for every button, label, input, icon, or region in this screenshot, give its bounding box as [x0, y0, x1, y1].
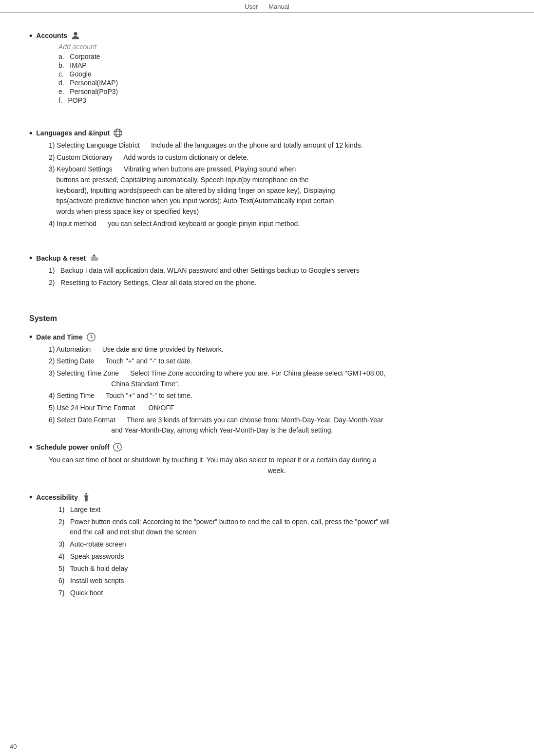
- list-item: 1) Automation Use date and time provided…: [49, 344, 505, 355]
- backup-list: 1) Backup I data will application data, …: [29, 265, 505, 288]
- list-item: 3) Selecting Time Zone Select Time Zone …: [49, 368, 505, 389]
- svg-point-2: [116, 129, 120, 137]
- header-right: Manual: [268, 3, 289, 10]
- datetime-list: 1) Automation Use date and time provided…: [29, 344, 505, 436]
- schedule-heading: • Schedule power on/off: [29, 442, 505, 453]
- schedule-desc: You can set time of boot or shutdown by …: [29, 454, 505, 476]
- add-account-label: Add account: [29, 43, 505, 51]
- list-item: 6) Install web scripts: [58, 576, 505, 586]
- list-item: 4) Setting Time Touch "+" and "-" to set…: [49, 391, 505, 401]
- page-footer: 40: [10, 743, 17, 750]
- page-header: User Manual: [0, 0, 534, 13]
- accounts-title: Accounts: [36, 32, 67, 39]
- header-left: User: [245, 3, 258, 10]
- list-item: f. POP3: [58, 96, 505, 104]
- page-number: 40: [10, 743, 17, 750]
- accessibility-title: Accessibility: [36, 493, 78, 501]
- datetime-heading: • Date and Time: [29, 332, 505, 342]
- system-title: System: [29, 314, 505, 323]
- list-item: 3) Keyboard Settings Vibrating when butt…: [49, 164, 505, 217]
- list-item: 5) Use 24 Hour Time Format ON/OFF: [49, 403, 505, 414]
- svg-line-8: [117, 447, 119, 449]
- list-item: 5) Touch & hold delay: [58, 564, 505, 574]
- backup-heading: • Backup & reset: [29, 253, 505, 264]
- svg-point-9: [85, 493, 87, 495]
- languages-list: 1) Selecting Language District Include a…: [29, 140, 505, 229]
- list-item: 4) Speak passwords: [58, 551, 505, 562]
- accounts-heading: • Accounts: [29, 30, 505, 41]
- schedule-icon: [112, 442, 123, 453]
- list-item: 2) Power button ends call: According to …: [58, 517, 505, 537]
- list-item: 4) Input method you can select Android k…: [49, 219, 505, 229]
- list-item: 6) Select Date Format There are 3 kinds …: [49, 415, 505, 436]
- clock-icon: [86, 332, 96, 342]
- schedule-title: Schedule power on/off: [36, 443, 109, 451]
- languages-title: Languages and &input: [36, 129, 110, 137]
- accounts-list: a. Corporate b. IMAP c. Google d. Person…: [29, 53, 505, 104]
- list-item: e. Personal(PoP3): [58, 88, 505, 95]
- list-item: c. Google: [58, 70, 505, 78]
- cloud-upload-icon: [89, 253, 99, 264]
- list-item: 2) Resetting to Factory Settings, Clear …: [49, 278, 505, 288]
- svg-point-1: [114, 129, 122, 137]
- backup-title: Backup & reset: [36, 254, 86, 262]
- page-content: • Accounts Add account a. Corporate b. I…: [0, 17, 534, 622]
- list-item: 1) Large text: [58, 505, 505, 515]
- list-item: b. IMAP: [58, 61, 505, 69]
- accessibility-list: 1) Large text 2) Power button ends call:…: [29, 505, 505, 598]
- list-item: 2) Setting Date Touch "+" and "-" to set…: [49, 356, 505, 367]
- accessibility-heading: • Accessibility: [29, 492, 505, 503]
- list-item: 7) Quick boot: [58, 588, 505, 598]
- list-item: a. Corporate: [58, 53, 505, 60]
- list-item: d. Personal(IMAP): [58, 79, 505, 87]
- person-icon: [70, 30, 81, 41]
- list-item: 2) Custom Dictionary Add words to custom…: [49, 152, 505, 163]
- languages-heading: • Languages and &input: [29, 128, 505, 138]
- datetime-title: Date and Time: [36, 333, 82, 341]
- list-item: 3) Auto-rotate screen: [58, 539, 505, 549]
- globe-icon: [113, 128, 123, 138]
- list-item: 1) Selecting Language District Include a…: [49, 140, 505, 151]
- list-item: 1) Backup I data will application data, …: [49, 265, 505, 276]
- accessibility-icon: [81, 492, 92, 503]
- svg-point-0: [74, 32, 77, 36]
